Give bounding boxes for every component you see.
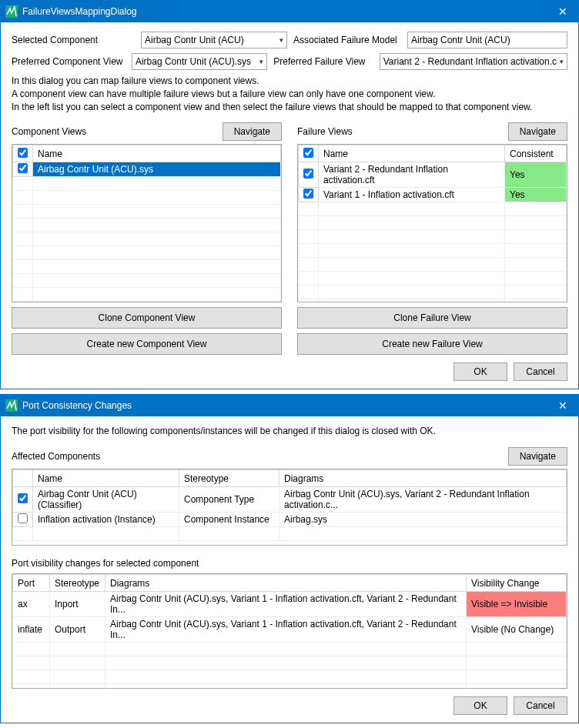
ok-button[interactable]: OK xyxy=(453,362,507,381)
associated-failure-model-field[interactable]: Airbag Contr Unit (ACU) xyxy=(407,32,567,48)
consistent-header[interactable]: Consistent xyxy=(505,145,567,162)
component-views-label: Component Views xyxy=(12,126,223,137)
associated-failure-model-label: Associated Failure Model xyxy=(293,35,401,45)
row-checkbox[interactable] xyxy=(18,493,28,503)
port-consistency-changes-dialog: Port Consistency Changes ✕ The port visi… xyxy=(0,394,579,723)
select-all-checkbox[interactable] xyxy=(303,148,313,158)
dialog-title: Port Consistency Changes xyxy=(22,400,552,411)
failure-views-label: Failure Views xyxy=(297,126,508,137)
port-changes-label: Port visibility changes for selected com… xyxy=(12,558,567,569)
affected-components-label: Affected Components xyxy=(12,451,508,462)
app-icon xyxy=(5,5,18,18)
visibility-change-header[interactable]: Visibility Change xyxy=(467,575,567,592)
titlebar[interactable]: Port Consistency Changes ✕ xyxy=(1,395,578,416)
selected-component-label: Selected Component xyxy=(12,35,135,45)
clone-component-view-button[interactable]: Clone Component View xyxy=(12,307,282,329)
close-icon[interactable]: ✕ xyxy=(552,5,574,18)
row-checkbox[interactable] xyxy=(18,163,28,173)
dialog-title: FailureViewsMappingDialog xyxy=(22,6,552,17)
selected-component-combo[interactable]: Airbag Contr Unit (ACU)▾ xyxy=(141,32,287,48)
preferred-failure-view-label: Preferred Failure View xyxy=(273,56,373,67)
cancel-button[interactable]: Cancel xyxy=(514,362,567,381)
port-header[interactable]: Port xyxy=(13,575,50,592)
affected-components-table[interactable]: Name Stereotype Diagrams Airbag Contr Un… xyxy=(12,469,567,546)
app-icon xyxy=(5,399,18,412)
navigate-button[interactable]: Navigate xyxy=(508,447,567,466)
info-text: In this dialog you can map failure views… xyxy=(12,75,567,113)
ok-button[interactable]: OK xyxy=(453,696,507,715)
intro-text: The port visibility for the following co… xyxy=(12,426,567,436)
table-row[interactable]: inflate Outport Airbag Contr Unit (ACU).… xyxy=(13,617,567,643)
preferred-component-view-combo[interactable]: Airbag Contr Unit (ACU).sys▾ xyxy=(132,53,267,70)
navigate-button[interactable]: Navigate xyxy=(508,122,567,141)
preferred-failure-view-combo[interactable]: Variant 2 - Redundant Inflation activati… xyxy=(380,53,567,70)
diagrams-header[interactable]: Diagrams xyxy=(105,575,467,592)
failure-views-mapping-dialog: FailureViewsMappingDialog ✕ Selected Com… xyxy=(0,0,579,389)
row-checkbox[interactable] xyxy=(303,169,313,179)
preferred-component-view-label: Preferred Component View xyxy=(12,56,126,67)
row-checkbox[interactable] xyxy=(303,189,313,199)
table-row[interactable]: Airbag Contr Unit (ACU) (Classifier) Com… xyxy=(13,487,567,513)
row-checkbox[interactable] xyxy=(18,513,28,523)
table-row[interactable]: Variant 2 - Redundant Inflation activati… xyxy=(299,162,567,188)
component-views-table[interactable]: Name Airbag Contr Unit (ACU).sys xyxy=(12,144,282,302)
port-visibility-table[interactable]: Port Stereotype Diagrams Visibility Chan… xyxy=(12,573,567,689)
table-row[interactable]: Variant 1 - Inflation activation.cft Yes xyxy=(299,188,567,202)
create-failure-view-button[interactable]: Create new Failure View xyxy=(297,333,567,355)
table-row[interactable]: Airbag Contr Unit (ACU).sys xyxy=(13,162,281,177)
close-icon[interactable]: ✕ xyxy=(552,399,574,412)
navigate-button[interactable]: Navigate xyxy=(223,122,282,141)
titlebar[interactable]: FailureViewsMappingDialog ✕ xyxy=(1,1,578,22)
name-header[interactable]: Name xyxy=(33,145,281,162)
create-component-view-button[interactable]: Create new Component View xyxy=(12,333,282,355)
stereotype-header[interactable]: Stereotype xyxy=(50,575,105,592)
cancel-button[interactable]: Cancel xyxy=(514,696,567,715)
failure-views-table[interactable]: Name Consistent Variant 2 - Redundant In… xyxy=(297,144,567,302)
name-header[interactable]: Name xyxy=(319,145,505,162)
chevron-down-icon: ▾ xyxy=(259,58,263,65)
table-row[interactable]: Inflation activation (Instance) Componen… xyxy=(13,513,567,527)
name-header[interactable]: Name xyxy=(33,470,179,487)
diagrams-header[interactable]: Diagrams xyxy=(279,470,567,487)
clone-failure-view-button[interactable]: Clone Failure View xyxy=(297,307,567,329)
chevron-down-icon: ▾ xyxy=(279,36,283,44)
select-all-checkbox[interactable] xyxy=(18,148,28,158)
chevron-down-icon: ▾ xyxy=(560,58,564,65)
table-row[interactable]: ax Inport Airbag Contr Unit (ACU).sys, V… xyxy=(13,592,567,617)
stereotype-header[interactable]: Stereotype xyxy=(179,470,279,487)
